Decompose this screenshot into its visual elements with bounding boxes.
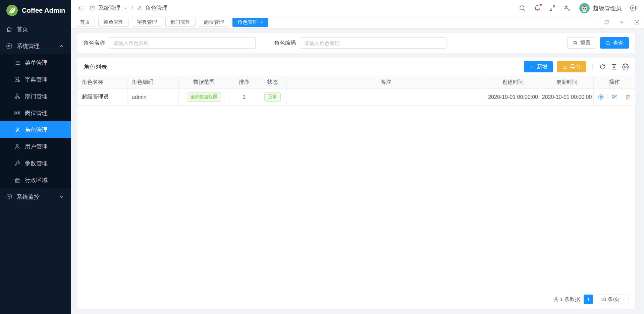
role-people-icon: [14, 127, 20, 133]
search-icon[interactable]: [519, 5, 526, 11]
home-icon: [6, 26, 12, 33]
svg-text:A: A: [568, 8, 570, 11]
gear-icon: [90, 5, 95, 11]
col-data-scope: 数据范围: [179, 76, 229, 89]
column-settings-icon[interactable]: [622, 63, 629, 70]
user-menu[interactable]: 超级管理员: [579, 3, 622, 13]
refresh-tab-button[interactable]: [599, 16, 614, 28]
topbar: 系统管理 / 角色管理 文A: [71, 0, 644, 16]
data-scope-tag: 全部数据权限: [187, 92, 221, 101]
expand-panel-icon: [634, 19, 640, 25]
main-area: 系统管理 / 角色管理 文A: [71, 0, 644, 314]
sidebar-item-role-mgmt[interactable]: 角色管理: [0, 121, 71, 138]
col-remark: 备注: [286, 76, 486, 89]
sidebar-group-system[interactable]: 系统管理: [0, 38, 71, 54]
chevron-down-icon: [622, 297, 626, 301]
page-content: 角色名称 角色编码 重置 查询: [71, 28, 644, 314]
tab-menu-mgmt[interactable]: 菜单管理: [98, 18, 128, 27]
chevron-up-icon: [58, 43, 65, 49]
role-code-label: 角色编码: [274, 40, 296, 47]
list-icon: [14, 60, 20, 66]
tab-options-button[interactable]: [614, 16, 629, 28]
tab-controls: [599, 16, 644, 28]
sidebar-item-region-mgmt[interactable]: 行政区域: [0, 172, 71, 188]
org-tree-icon: [14, 93, 20, 100]
tab-close-icon[interactable]: ×: [260, 20, 263, 24]
breadcrumb-current: 角色管理: [146, 4, 168, 12]
translate-icon[interactable]: 文A: [564, 5, 571, 11]
role-code-input[interactable]: [300, 37, 446, 49]
delete-button[interactable]: [625, 94, 631, 100]
role-table: 角色名称 角色编码 数据范围 排序 状态 备注 创建时间 更新时间 操作: [77, 76, 635, 106]
sidebar-submenu-system: 菜单管理 字典管理 部门管理 岗位管理 角色管理: [0, 54, 71, 188]
sidebar-item-dept-mgmt[interactable]: 部门管理: [0, 88, 71, 105]
chevron-down-icon: [58, 194, 65, 200]
col-updated-at: 更新时间: [540, 76, 594, 89]
sidebar-item-user-mgmt[interactable]: 用户管理: [0, 138, 71, 155]
cell-created-at: 2020-10-01 00:00:00: [486, 89, 540, 106]
tab-dept-mgmt[interactable]: 部门管理: [165, 18, 196, 27]
sidebar-menu: 首页 系统管理 菜单管理 字典管理 部门管理: [0, 21, 71, 314]
monitor-icon: [6, 194, 12, 200]
sidebar-item-dict-mgmt[interactable]: 字典管理: [0, 71, 71, 88]
tab-dict-mgmt[interactable]: 字典管理: [132, 18, 162, 27]
breadcrumb: 系统管理 / 角色管理: [90, 4, 168, 12]
col-created-at: 创建时间: [486, 76, 540, 89]
sidebar-item-menu-mgmt[interactable]: 菜单管理: [0, 54, 71, 71]
pagination-total: 共 1 条数据: [553, 296, 580, 303]
reset-button[interactable]: 重置: [567, 37, 596, 49]
chevron-down-icon: [619, 19, 625, 25]
filter-card: 角色名称 角色编码 重置 查询: [77, 33, 635, 53]
edit-button[interactable]: [611, 94, 617, 100]
fullscreen-icon[interactable]: [549, 5, 556, 11]
content-fullscreen-button[interactable]: [629, 16, 644, 28]
refresh-table-icon[interactable]: [599, 63, 606, 70]
divider: [621, 95, 621, 100]
role-people-icon: [137, 5, 143, 11]
sidebar-item-post-mgmt[interactable]: 岗位管理: [0, 105, 71, 121]
breadcrumb-separator: /: [131, 5, 134, 11]
sidebar-item-home[interactable]: 首页: [0, 21, 71, 38]
spring-leaf-logo-icon: [6, 4, 18, 16]
page-1-button[interactable]: 1: [584, 295, 593, 304]
app-title: Coffee Admin: [22, 7, 65, 14]
role-list-card: 角色列表 新增 导出: [77, 58, 635, 309]
bank-building-icon: [14, 177, 20, 183]
tab-post-mgmt[interactable]: 岗位管理: [199, 18, 229, 27]
tab-home[interactable]: 首页: [75, 18, 95, 27]
search-button[interactable]: 查询: [600, 37, 629, 49]
sidebar-item-param-mgmt[interactable]: 参数管理: [0, 155, 71, 172]
download-icon: [562, 64, 568, 69]
role-name-input[interactable]: [109, 37, 256, 49]
page-size-select[interactable]: 10 条/页: [597, 295, 629, 304]
notifications-button[interactable]: [534, 5, 541, 11]
row-density-icon[interactable]: [610, 63, 618, 70]
cell-updated-at: 2020-10-01 00:00:00: [540, 89, 594, 106]
cell-sort: 1: [229, 89, 259, 106]
table-header-row: 角色名称 角色编码 数据范围 排序 状态 备注 创建时间 更新时间 操作: [77, 76, 635, 89]
sidebar-group-monitor[interactable]: 系统监控: [0, 188, 71, 205]
add-button[interactable]: 新增: [524, 61, 553, 72]
role-permission-button[interactable]: [598, 94, 604, 100]
user-icon: [14, 143, 20, 150]
notification-dot: [539, 3, 542, 6]
pagination: 共 1 条数据 1 10 条/页: [553, 295, 629, 304]
table-row: 超级管理员 admin 全部数据权限 1 正常 2020-10-01 00:00…: [77, 89, 635, 106]
tab-role-mgmt[interactable]: 角色管理 ×: [232, 18, 268, 27]
export-button[interactable]: 导出: [557, 61, 586, 72]
search-icon: [605, 41, 610, 46]
status-tag: 正常: [264, 92, 281, 101]
col-actions: 操作: [594, 76, 635, 89]
sidebar-collapse-icon[interactable]: [77, 5, 84, 11]
wrench-icon: [14, 160, 20, 167]
id-card-icon: [14, 110, 20, 116]
settings-gear-icon[interactable]: [630, 5, 637, 11]
dictionary-icon: [14, 76, 20, 83]
breadcrumb-parent[interactable]: 系统管理: [98, 4, 120, 12]
app-root: Coffee Admin 首页 系统管理 菜单管理 字典管理: [0, 0, 644, 314]
col-role-code: 角色编码: [127, 76, 179, 89]
gear-icon: [6, 43, 12, 49]
cell-role-code: admin: [127, 89, 179, 106]
divider: [592, 64, 593, 70]
role-name-label: 角色名称: [84, 40, 105, 47]
